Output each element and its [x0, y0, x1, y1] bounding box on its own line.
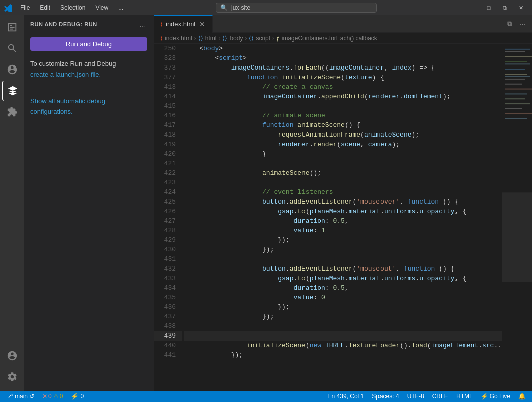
line-432: 432 — [154, 264, 182, 274]
code-area[interactable]: <body> <script> imageContainers.forEach(… — [182, 44, 502, 391]
go-live-label: Go Live — [490, 393, 510, 400]
status-ports[interactable]: ⚡ 0 — [69, 393, 86, 400]
line-ending-label: CRLF — [432, 393, 448, 400]
more-actions-button[interactable]: ⋯ — [517, 18, 528, 29]
menu-view[interactable]: View — [91, 3, 112, 12]
line-377: 377 — [154, 73, 182, 82]
line-423: 423 — [154, 178, 182, 187]
breadcrumb-callback[interactable]: ƒ imageContainers.forEach() callback — [276, 35, 377, 42]
activity-extensions[interactable] — [2, 102, 22, 122]
code-line-432: button.addEventListener('mouseout', func… — [184, 264, 502, 274]
line-421: 421 — [154, 159, 182, 168]
activity-source-control[interactable] — [2, 59, 22, 80]
code-line-429: }); — [184, 235, 502, 245]
line-438: 438 — [154, 321, 182, 331]
close-button[interactable]: ✕ — [514, 2, 528, 13]
activity-settings[interactable] — [2, 367, 22, 387]
status-encoding[interactable]: UTF-8 — [405, 393, 426, 400]
svg-rect-13 — [505, 98, 525, 99]
breadcrumb-body[interactable]: ⟨⟩ body — [222, 35, 243, 42]
line-431: 431 — [154, 254, 182, 264]
activity-explorer[interactable] — [2, 17, 22, 37]
code-line-431 — [184, 254, 502, 264]
status-cursor[interactable]: Ln 439, Col 1 — [326, 393, 366, 400]
menu-selection[interactable]: Selection — [56, 3, 89, 12]
activity-account[interactable] — [2, 346, 22, 366]
restore-button[interactable]: ⧉ — [498, 2, 512, 13]
code-line-373: imageContainers.forEach((imageContainer,… — [184, 63, 502, 73]
split-editor-button[interactable]: ⧉ — [504, 18, 515, 29]
svg-rect-9 — [505, 79, 525, 80]
main-layout: RUN AND DEBUG: RUN ... Run and Debug To … — [0, 15, 532, 391]
warning-icon: ⚠ — [53, 393, 59, 400]
line-439: 439 — [154, 331, 182, 341]
notification-icon: 🔔 — [518, 393, 526, 400]
svg-rect-12 — [505, 93, 527, 94]
menu-more[interactable]: ... — [114, 3, 127, 12]
status-branch[interactable]: ⎇ main ↺ — [4, 393, 36, 400]
line-426: 426 — [154, 207, 182, 216]
activity-bottom — [2, 346, 22, 391]
status-errors[interactable]: ✕ 0 ⚠ 0 — [40, 393, 65, 400]
bc-tag-icon-2: ⟨⟩ — [222, 35, 227, 42]
svg-rect-8 — [505, 76, 530, 77]
maximize-button[interactable]: □ — [482, 2, 496, 13]
breadcrumb-html[interactable]: ⟨⟩ html — [198, 35, 217, 42]
breadcrumb-file[interactable]: ⟩ index.html — [160, 35, 192, 42]
editor-content: 250 323 373 377 413 414 415 416 417 418 … — [154, 44, 532, 391]
search-icon: 🔍 — [220, 4, 228, 11]
status-right: Ln 439, Col 1 Spaces: 4 UTF-8 CRLF HTML … — [326, 393, 528, 400]
activity-search[interactable] — [2, 38, 22, 58]
code-line-377: function initializeScene(texture) { — [184, 73, 502, 82]
breadcrumb: ⟩ index.html › ⟨⟩ html › ⟨⟩ body › ⟨⟩ sc… — [154, 33, 532, 44]
menu-edit[interactable]: Edit — [36, 3, 54, 12]
breadcrumb-sep-1: › — [194, 35, 196, 42]
code-line-416: // animate scene — [184, 111, 502, 120]
svg-rect-10 — [505, 84, 522, 85]
bc-html-icon: ⟩ — [160, 35, 163, 42]
search-box[interactable]: 🔍 jux-site — [216, 3, 377, 13]
code-line-427: duration: 0.5, — [184, 216, 502, 226]
branch-name: main — [15, 393, 28, 400]
code-line-414: imageContainer.appendChild(renderer.domE… — [184, 92, 502, 101]
svg-rect-17 — [505, 118, 527, 119]
svg-rect-1 — [505, 49, 530, 50]
code-line-435: value: 0 — [184, 293, 502, 302]
code-line-433: gsap.to(planeMesh.material.uniforms.u_op… — [184, 274, 502, 283]
status-line-ending[interactable]: CRLF — [430, 393, 450, 400]
code-line-425: button.addEventListener('mouseover', fun… — [184, 197, 502, 207]
breadcrumb-script[interactable]: ⟨⟩ script — [249, 35, 270, 42]
status-notifications[interactable]: 🔔 — [516, 393, 528, 400]
line-436: 436 — [154, 302, 182, 312]
sidebar-more-button[interactable]: ... — [137, 19, 147, 29]
code-line-424: // event listeners — [184, 187, 502, 197]
search-text: jux-site — [231, 4, 250, 11]
code-line-434: duration: 0.5, — [184, 283, 502, 293]
status-left: ⎇ main ↺ ✕ 0 ⚠ 0 ⚡ 0 — [4, 393, 86, 400]
code-line-420: } — [184, 149, 502, 159]
line-427: 427 — [154, 216, 182, 226]
tab-close-button[interactable]: ✕ — [198, 20, 206, 28]
warning-indicator: ⚠ 0 — [53, 393, 63, 400]
tab-index-html[interactable]: ⟩ index.html ✕ — [154, 15, 213, 33]
line-420: 420 — [154, 149, 182, 159]
status-go-live[interactable]: ⚡ Go Live — [479, 393, 512, 400]
minimize-button[interactable]: ─ — [466, 2, 480, 13]
code-line-438 — [184, 321, 502, 331]
activity-run-debug[interactable] — [2, 81, 22, 101]
code-line-250: <body> — [184, 44, 502, 53]
create-launch-link[interactable]: create a launch.json file. — [30, 71, 101, 78]
line-413: 413 — [154, 82, 182, 92]
bc-tag-icon-1: ⟨⟩ — [198, 35, 203, 42]
run-and-debug-button[interactable]: Run and Debug — [30, 37, 147, 51]
breadcrumb-file-label: index.html — [165, 35, 192, 42]
line-417: 417 — [154, 120, 182, 130]
sidebar: RUN AND DEBUG: RUN ... Run and Debug To … — [24, 15, 154, 391]
status-spaces[interactable]: Spaces: 4 — [370, 393, 401, 400]
minimap — [502, 44, 532, 391]
menu-file[interactable]: File — [16, 3, 34, 12]
show-debug-link[interactable]: Show all automatic debug configurations. — [30, 96, 147, 117]
svg-rect-4 — [505, 61, 527, 62]
sidebar-title: RUN AND DEBUG: RUN — [30, 21, 97, 27]
status-language[interactable]: HTML — [454, 393, 475, 400]
